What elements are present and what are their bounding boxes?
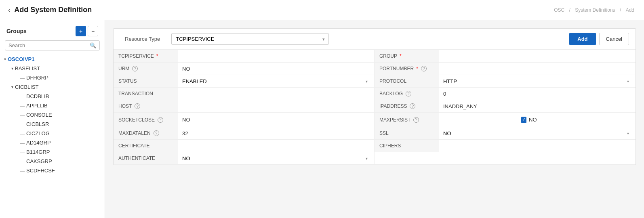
form-cell-left-2: STATUSENABLED▾	[114, 75, 375, 88]
value-backlog: 0	[443, 91, 446, 97]
cell-value-right-3: 0	[439, 88, 636, 99]
form-cell-left-1: URM?NO	[114, 63, 375, 75]
cell-value-right-0[interactable]	[439, 51, 636, 62]
add-button[interactable]: Add	[569, 33, 596, 45]
tree-label: CICBLIST	[15, 84, 39, 90]
form-grid: TCPIPSERVICE*GROUP*URM?NOPORTNUMBER*?STA…	[114, 50, 636, 165]
resource-type-select[interactable]: TCPIPSERVICE	[171, 33, 329, 45]
input-ciphers[interactable]	[443, 143, 631, 149]
resource-type-select-wrap: TCPIPSERVICE ▾	[171, 33, 329, 45]
cell-value-left-4[interactable]	[178, 101, 374, 112]
cell-value-right-6[interactable]: NO▾	[439, 128, 636, 139]
cell-label-status: STATUS	[114, 75, 178, 87]
cell-label-maxpersist: MAXPERSIST?	[375, 113, 439, 127]
cell-value-left-2[interactable]: ENABLED▾	[178, 76, 374, 87]
cell-value-right-7[interactable]	[439, 140, 636, 151]
cell-value-left-7[interactable]	[178, 140, 374, 151]
header-left: ‹ Add System Definition	[8, 6, 92, 14]
tree-item-dcdblib[interactable]: — DCDBLIB	[0, 92, 105, 101]
input-tcpipservice[interactable]	[182, 53, 370, 59]
form-cell-left-0: TCPIPSERVICE*	[114, 50, 375, 63]
cell-label-socketclose: SOCKETCLOSE?	[114, 113, 178, 127]
page-title: Add System Definition	[14, 6, 92, 14]
maxpersist-input[interactable]	[443, 115, 519, 124]
cell-label-ssl: SSL	[375, 127, 439, 139]
select-status[interactable]: ENABLED	[182, 78, 370, 84]
cell-value-right-1[interactable]	[439, 63, 636, 74]
collapse-icon: ▾	[11, 85, 13, 89]
value-ipaddress: INADDR_ANY	[443, 103, 477, 109]
tree-item-ad14grp[interactable]: — AD14GRP	[0, 138, 105, 147]
select-authenticate[interactable]: NO	[182, 155, 370, 161]
cancel-button[interactable]: Cancel	[599, 33, 629, 45]
input-transaction[interactable]	[182, 91, 370, 97]
cell-label-authenticate: AUTHENTICATE	[114, 152, 178, 164]
tree-item-ciczlog[interactable]: — CICZLOG	[0, 129, 105, 138]
value-maxdatalen: 32	[182, 130, 188, 136]
tree-item-b114grp[interactable]: — B114GRP	[0, 147, 105, 157]
form-cell-left-5: SOCKETCLOSE?NO	[114, 113, 375, 127]
cell-label-group: GROUP*	[375, 50, 439, 62]
cell-value-left-6: 32	[178, 128, 374, 139]
cell-value-right-5[interactable]: NO	[439, 113, 636, 127]
cell-label-ipaddress: IPADDRESS?	[375, 100, 439, 112]
cell-label-portnumber: PORTNUMBER*?	[375, 63, 439, 75]
groups-buttons: + −	[76, 26, 98, 36]
tree: ▾ OSCOIVP1 ▾ BASELIST — DFHGRP ▾ CICBLIS…	[0, 55, 105, 218]
tree-item-baselist[interactable]: ▾ BASELIST	[0, 64, 105, 73]
maxpersist-no-label: NO	[529, 117, 537, 123]
form-cell-right-5: MAXPERSIST?NO	[375, 113, 636, 127]
form-cell-right-4: IPADDRESS?INADDR_ANY	[375, 100, 636, 113]
tree-label: APPLLIB	[26, 103, 48, 109]
cell-value-left-3[interactable]	[178, 88, 374, 99]
input-group[interactable]	[443, 53, 631, 59]
main-layout: Groups + − 🔍 ▾ OSCOIVP1 ▾ BASELIST — DFH…	[0, 20, 644, 218]
tree-item-console[interactable]: — CONSOLE	[0, 110, 105, 119]
form-cell-left-6: MAXDATALEN?32	[114, 127, 375, 140]
search-input[interactable]	[8, 42, 90, 48]
breadcrumb: OSC / System Definitions / Add	[552, 7, 636, 13]
input-host[interactable]	[182, 103, 370, 109]
tree-label: CONSOLE	[26, 112, 52, 118]
select-protocol[interactable]: HTTP	[443, 78, 631, 84]
form-cell-left-7: CERTIFICATE	[114, 140, 375, 152]
tree-item-oscoivp1[interactable]: ▾ OSCOIVP1	[0, 55, 105, 64]
header: ‹ Add System Definition OSC / System Def…	[0, 0, 644, 20]
select-ssl[interactable]: NO	[443, 130, 631, 136]
form-cell-left-4: HOST?	[114, 100, 375, 113]
tree-item-cicblist[interactable]: ▾ CICBLIST	[0, 82, 105, 92]
cell-value-right-2[interactable]: HTTP▾	[439, 76, 636, 87]
back-button[interactable]: ‹	[8, 6, 10, 14]
tree-label: OSCOIVP1	[8, 56, 34, 62]
tree-item-cicblsr[interactable]: — CICBLSR	[0, 119, 105, 129]
cell-value-left-0[interactable]	[178, 51, 374, 62]
action-buttons: Add Cancel	[569, 33, 629, 45]
input-portnumber[interactable]	[443, 66, 631, 72]
sidebar: Groups + − 🔍 ▾ OSCOIVP1 ▾ BASELIST — DFH…	[0, 20, 105, 218]
collapse-icon: ▾	[11, 66, 13, 71]
cell-label-maxdatalen: MAXDATALEN?	[114, 127, 178, 139]
cell-label-backlog: BACKLOG?	[375, 88, 439, 100]
cell-value-left-1: NO	[178, 63, 374, 74]
tree-label: CICZLOG	[26, 130, 50, 136]
tree-label: B114GRP	[26, 149, 50, 155]
resource-type-row: Resource Type TCPIPSERVICE ▾ Add Cancel	[114, 29, 636, 50]
groups-label: Groups	[6, 28, 27, 34]
remove-group-button[interactable]: −	[88, 26, 98, 36]
cell-value-right-4: INADDR_ANY	[439, 101, 636, 112]
maxpersist-checkbox[interactable]	[521, 117, 527, 123]
cell-label-host: HOST?	[114, 100, 178, 112]
cell-value-left-8[interactable]: NO▾	[178, 153, 374, 164]
tree-item-scdfhcsf[interactable]: — SCDFHCSF	[0, 166, 105, 175]
groups-header: Groups + −	[0, 20, 105, 40]
add-group-button[interactable]: +	[76, 26, 86, 36]
tree-item-caksgrp[interactable]: — CAKSGRP	[0, 157, 105, 166]
search-bar: 🔍	[5, 40, 100, 50]
tree-label: DCDBLIB	[26, 93, 49, 99]
input-certificate[interactable]	[182, 143, 370, 149]
tree-item-dfhgrp[interactable]: — DFHGRP	[0, 73, 105, 82]
resource-type-label: Resource Type	[120, 33, 165, 45]
tree-label: CAKSGRP	[26, 158, 52, 164]
tree-item-appllib[interactable]: — APPLLIB	[0, 101, 105, 110]
form-cell-right-3: BACKLOG?0	[375, 88, 636, 100]
